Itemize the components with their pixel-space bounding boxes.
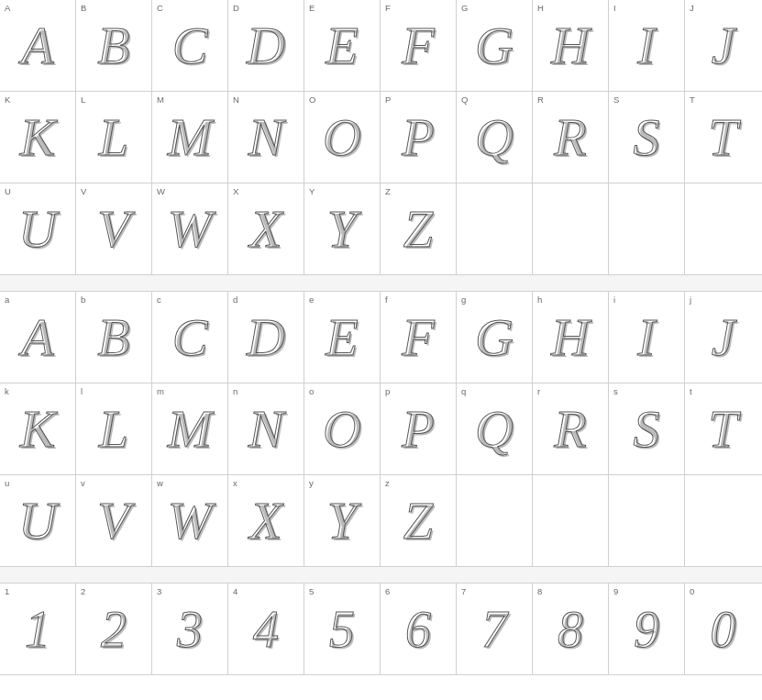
cell-lowercase-0-8: iI — [609, 292, 685, 383]
cell-char-digits-0-4: 5 — [329, 604, 355, 655]
cell-label-lowercase-2-2: w — [157, 478, 163, 488]
cell-char-uppercase-0-3: D — [247, 19, 285, 72]
cell-uppercase-1-2: MM — [152, 92, 228, 183]
cell-lowercase-1-2: mM — [152, 383, 228, 474]
cell-uppercase-2-8 — [609, 183, 685, 274]
cell-char-lowercase-1-4: O — [323, 403, 361, 456]
cell-label-uppercase-2-4: Y — [309, 186, 315, 196]
cell-label-uppercase-1-8: S — [613, 94, 619, 105]
cell-digits-0-8: 99 — [609, 583, 685, 674]
cell-char-uppercase-2-1: V — [97, 203, 129, 256]
cell-char-lowercase-0-7: H — [551, 311, 590, 364]
cell-uppercase-1-1: LL — [76, 92, 152, 183]
cell-char-lowercase-1-9: T — [708, 403, 737, 456]
cell-label-lowercase-1-4: o — [309, 386, 314, 396]
cell-uppercase-1-0: KK — [0, 92, 76, 183]
cell-uppercase-2-9 — [685, 183, 761, 274]
cell-label-uppercase-1-7: R — [537, 94, 544, 105]
cell-char-lowercase-1-1: L — [99, 403, 128, 456]
cell-lowercase-0-1: bB — [76, 292, 152, 383]
cell-label-uppercase-1-3: N — [233, 94, 239, 105]
cell-label-lowercase-0-0: a — [5, 294, 9, 305]
cell-char-digits-0-2: 3 — [177, 604, 203, 655]
cell-char-uppercase-0-0: A — [21, 19, 53, 72]
cell-label-uppercase-1-0: K — [5, 94, 10, 105]
cell-char-lowercase-1-8: S — [634, 403, 660, 456]
cell-lowercase-2-5: zZ — [381, 475, 457, 566]
cell-char-lowercase-2-3: X — [249, 494, 282, 548]
row-lowercase-1: kKlLmMnNoOpPqQrRsStT — [0, 383, 762, 475]
cell-label-digits-0-5: 6 — [385, 586, 390, 596]
cell-label-lowercase-0-3: d — [233, 294, 237, 305]
cell-label-uppercase-0-3: D — [233, 3, 239, 13]
cell-label-uppercase-0-5: F — [385, 3, 391, 13]
cell-digits-0-4: 55 — [304, 583, 381, 674]
cell-label-uppercase-1-4: O — [309, 94, 315, 105]
cell-label-uppercase-0-6: G — [461, 3, 468, 13]
cell-char-lowercase-1-5: P — [402, 403, 434, 456]
cell-char-lowercase-0-9: J — [712, 311, 735, 364]
cell-label-digits-0-7: 8 — [537, 586, 542, 596]
cell-label-digits-0-2: 3 — [157, 586, 161, 596]
cell-lowercase-0-3: dD — [228, 292, 304, 383]
cell-label-lowercase-1-7: r — [537, 386, 540, 396]
cell-lowercase-1-7: rR — [533, 383, 609, 474]
cell-char-lowercase-2-0: U — [18, 494, 57, 548]
cell-uppercase-2-6 — [457, 183, 533, 274]
cell-lowercase-0-9: jJ — [685, 292, 761, 383]
cell-label-digits-0-6: 7 — [461, 586, 466, 596]
cell-char-lowercase-0-3: D — [247, 311, 285, 364]
cell-uppercase-0-8: II — [609, 0, 685, 91]
cell-char-lowercase-1-6: Q — [475, 403, 514, 456]
cell-digits-0-5: 66 — [381, 583, 457, 674]
cell-label-lowercase-2-4: y — [309, 478, 314, 488]
cell-digits-0-9: 00 — [685, 583, 761, 674]
cell-lowercase-2-6 — [457, 475, 533, 566]
cell-char-uppercase-1-9: T — [708, 111, 737, 164]
cell-char-uppercase-1-1: L — [99, 111, 128, 164]
section-gap — [0, 275, 762, 292]
cell-char-lowercase-1-0: K — [20, 403, 56, 456]
cell-char-digits-0-7: 8 — [558, 604, 583, 655]
cell-label-digits-0-1: 2 — [81, 586, 85, 596]
cell-uppercase-0-1: BB — [76, 0, 152, 91]
cell-label-lowercase-0-8: i — [613, 294, 615, 305]
cell-lowercase-1-3: nN — [228, 383, 304, 474]
cell-label-uppercase-1-2: M — [157, 94, 164, 105]
cell-uppercase-2-4: YY — [304, 183, 381, 274]
row-digits-0: 11223344556677889900 — [0, 583, 762, 675]
cell-uppercase-1-8: SS — [609, 92, 685, 183]
cell-label-lowercase-1-0: k — [5, 386, 9, 396]
cell-label-lowercase-0-1: b — [81, 294, 85, 305]
cell-digits-0-6: 77 — [457, 583, 533, 674]
cell-uppercase-0-7: HH — [533, 0, 609, 91]
cell-char-lowercase-2-1: V — [97, 494, 129, 548]
cell-char-uppercase-0-8: I — [637, 19, 655, 72]
cell-char-uppercase-2-2: W — [168, 203, 212, 256]
cell-digits-0-0: 11 — [0, 583, 76, 674]
cell-char-digits-0-6: 7 — [481, 604, 507, 655]
cell-label-lowercase-0-4: e — [309, 294, 314, 305]
cell-char-lowercase-0-4: E — [326, 311, 358, 364]
cell-lowercase-0-5: fF — [381, 292, 457, 383]
cell-char-lowercase-0-0: A — [21, 311, 53, 364]
cell-lowercase-1-6: qQ — [457, 383, 533, 474]
cell-label-lowercase-2-3: x — [233, 478, 237, 488]
cell-char-lowercase-1-3: N — [248, 403, 284, 456]
cell-label-digits-0-0: 1 — [5, 586, 9, 596]
cell-label-uppercase-0-9: J — [690, 3, 694, 13]
cell-lowercase-1-5: pP — [381, 383, 457, 474]
cell-char-uppercase-1-3: N — [248, 111, 284, 164]
cell-uppercase-0-6: GG — [457, 0, 533, 91]
cell-char-uppercase-2-4: Y — [327, 203, 357, 256]
cell-lowercase-1-0: kK — [0, 383, 76, 474]
cell-char-uppercase-1-2: M — [168, 111, 212, 164]
cell-label-uppercase-2-5: Z — [385, 186, 391, 196]
cell-char-uppercase-0-2: C — [172, 19, 208, 72]
cell-uppercase-2-5: ZZ — [381, 183, 457, 274]
row-lowercase-0: aAbBcCdDeEfFgGhHiIjJ — [0, 292, 762, 383]
cell-char-uppercase-1-6: Q — [475, 111, 514, 164]
cell-label-lowercase-1-8: s — [613, 386, 618, 396]
cell-label-uppercase-1-5: P — [385, 94, 391, 105]
cell-char-digits-0-0: 1 — [25, 604, 50, 655]
